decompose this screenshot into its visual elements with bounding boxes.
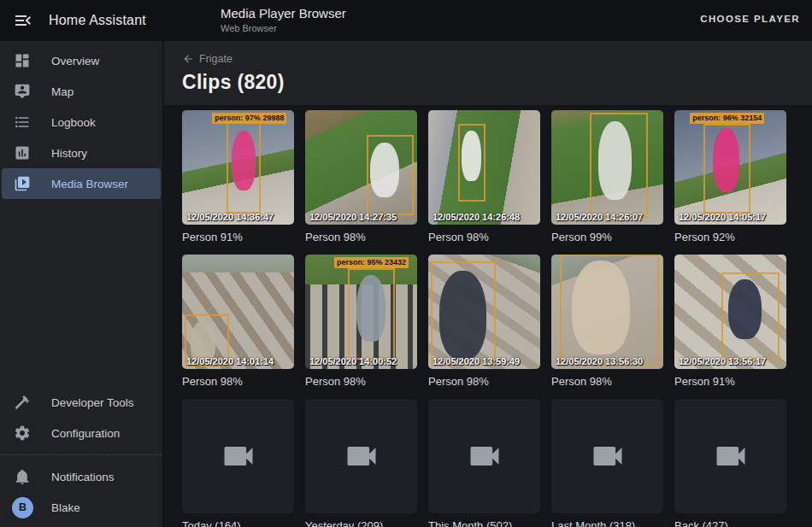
video-camera-icon bbox=[589, 437, 627, 475]
sidebar-secondary-nav: Developer Tools Configuration bbox=[0, 387, 162, 448]
clip-label: Person 98% bbox=[428, 231, 540, 243]
folder-thumbnail bbox=[305, 399, 417, 513]
gear-icon bbox=[14, 425, 31, 442]
page-title: Clips (820) bbox=[182, 71, 798, 94]
sidebar: Overview Map Logbook History Media Brows… bbox=[0, 41, 163, 527]
sidebar-item-configuration[interactable]: Configuration bbox=[2, 418, 161, 448]
folder-thumbnail bbox=[551, 399, 663, 513]
clip-tile[interactable]: 12/05/2020 14:01:14 Person 98% bbox=[182, 255, 294, 388]
detection-bounding-box bbox=[227, 120, 260, 214]
clip-timestamp: 12/05/2020 14:26:48 bbox=[432, 212, 520, 222]
detection-chip: person: 96% 32154 bbox=[690, 113, 764, 124]
clip-label: Person 91% bbox=[674, 375, 786, 388]
clip-timestamp: 12/05/2020 13:56:17 bbox=[679, 356, 766, 366]
sidebar-item-overview[interactable]: Overview bbox=[2, 45, 161, 76]
sidebar-nav: Overview Map Logbook History Media Brows… bbox=[0, 41, 162, 199]
tooltip-account-icon bbox=[14, 83, 31, 100]
sidebar-profile[interactable]: B Blake bbox=[2, 492, 161, 523]
avatar: B bbox=[12, 497, 33, 518]
clip-tile[interactable]: 12/05/2020 14:27:35 Person 98% bbox=[305, 110, 417, 243]
choose-player-button[interactable]: CHOOSE PLAYER bbox=[700, 14, 800, 24]
clip-tile[interactable]: 12/05/2020 13:56:17 Person 91% bbox=[674, 255, 786, 388]
clip-tile[interactable]: 12/05/2020 14:26:48 Person 98% bbox=[428, 110, 540, 243]
bell-icon bbox=[14, 468, 31, 485]
hammer-icon bbox=[14, 394, 31, 411]
clip-timestamp: 12/05/2020 14:27:35 bbox=[309, 212, 397, 222]
clip-thumbnail: 12/05/2020 14:05:17 person: 96% 32154 bbox=[674, 110, 786, 225]
clip-label: Person 98% bbox=[305, 375, 417, 388]
folder-tile[interactable]: This Month (502) bbox=[428, 399, 540, 527]
sidebar-item-notifications[interactable]: Notifications bbox=[2, 461, 161, 492]
sidebar-item-label: Configuration bbox=[51, 427, 120, 440]
sidebar-item-label: Logbook bbox=[51, 116, 96, 129]
clip-timestamp: 12/05/2020 14:01:14 bbox=[186, 356, 274, 366]
sidebar-item-label: Map bbox=[51, 85, 74, 98]
breadcrumb-label: Frigate bbox=[199, 53, 232, 65]
back-arrow-icon bbox=[182, 53, 194, 65]
clip-label: Person 99% bbox=[551, 231, 663, 243]
menu-open-icon[interactable] bbox=[13, 10, 33, 31]
clip-label: Person 98% bbox=[305, 231, 417, 243]
folder-thumbnail bbox=[428, 399, 540, 513]
sidebar-item-history[interactable]: History bbox=[2, 138, 161, 168]
clip-label: Person 91% bbox=[182, 231, 294, 243]
clip-thumbnail: 12/05/2020 14:26:48 bbox=[428, 110, 540, 225]
sidebar-item-label: Overview bbox=[51, 55, 99, 67]
clip-label: Person 92% bbox=[674, 231, 786, 243]
clip-thumbnail: 12/05/2020 14:01:14 bbox=[182, 255, 294, 369]
clip-tile[interactable]: 12/05/2020 14:05:17 person: 96% 32154 Pe… bbox=[674, 110, 786, 243]
panel-title: Media Player Browser bbox=[221, 6, 346, 20]
clip-tile[interactable]: 12/05/2020 14:00:52 person: 95% 23432 Pe… bbox=[305, 255, 417, 388]
detection-bounding-box bbox=[590, 113, 648, 218]
app-title: Home Assistant bbox=[49, 13, 146, 28]
clip-tile[interactable]: 12/05/2020 13:56:30 Person 98% bbox=[551, 255, 663, 388]
sidebar-item-logbook[interactable]: Logbook bbox=[2, 107, 161, 138]
clip-timestamp: 12/05/2020 14:36:47 bbox=[186, 212, 274, 222]
clip-timestamp: 12/05/2020 13:59:49 bbox=[432, 356, 520, 366]
clips-grid: 12/05/2020 14:36:47 person: 97% 29988 Pe… bbox=[164, 105, 812, 527]
clip-timestamp: 12/05/2020 14:05:17 bbox=[679, 212, 766, 222]
folder-label: Today (164) bbox=[182, 519, 294, 527]
folder-label: Yesterday (209) bbox=[305, 519, 417, 527]
sidebar-item-label: Developer Tools bbox=[51, 396, 134, 409]
sidebar-bottom: Developer Tools Configuration Notificati… bbox=[0, 387, 162, 523]
sidebar-item-media-browser[interactable]: Media Browser bbox=[2, 168, 161, 199]
video-camera-icon bbox=[220, 437, 257, 475]
folder-label: Last Month (318) bbox=[551, 519, 663, 527]
sidebar-divider bbox=[0, 454, 162, 455]
panel-header: Media Player Browser Web Browser bbox=[221, 6, 346, 33]
video-camera-icon bbox=[466, 437, 503, 475]
detection-bounding-box bbox=[458, 124, 485, 202]
sidebar-item-developer-tools[interactable]: Developer Tools bbox=[2, 387, 161, 418]
profile-name: Blake bbox=[51, 501, 80, 514]
folder-thumbnail bbox=[674, 399, 786, 513]
clip-timestamp: 12/05/2020 14:26:07 bbox=[556, 212, 643, 222]
clip-timestamp: 12/05/2020 13:56:30 bbox=[556, 356, 643, 366]
folder-tile[interactable]: Back (427) bbox=[674, 399, 786, 527]
panel-subtitle: Web Browser bbox=[221, 23, 346, 33]
sidebar-item-map[interactable]: Map bbox=[2, 76, 161, 107]
view-dashboard-icon bbox=[14, 52, 31, 69]
clip-thumbnail: 12/05/2020 14:27:35 bbox=[305, 110, 417, 225]
sidebar-item-label: History bbox=[51, 147, 87, 160]
clip-tile[interactable]: 12/05/2020 14:26:07 Person 99% bbox=[551, 110, 663, 243]
sidebar-item-label: Notifications bbox=[51, 471, 115, 483]
clip-tile[interactable]: 12/05/2020 14:36:47 person: 97% 29988 Pe… bbox=[182, 110, 294, 243]
folder-tile[interactable]: Last Month (318) bbox=[551, 399, 663, 527]
app-bar: Home Assistant Media Player Browser Web … bbox=[0, 0, 812, 41]
sidebar-item-label: Media Browser bbox=[51, 178, 128, 190]
clip-thumbnail: 12/05/2020 13:56:30 bbox=[551, 255, 663, 369]
chart-box-icon bbox=[14, 144, 31, 161]
clip-tile[interactable]: 12/05/2020 13:59:49 Person 98% bbox=[428, 255, 540, 388]
detection-bounding-box bbox=[367, 135, 414, 215]
breadcrumb[interactable]: Frigate bbox=[182, 53, 798, 65]
detection-chip: person: 95% 23432 bbox=[334, 257, 409, 268]
format-list-bulleted-icon bbox=[14, 114, 31, 131]
folder-tile[interactable]: Today (164) bbox=[182, 399, 294, 527]
folder-thumbnail bbox=[182, 399, 294, 513]
folder-label: This Month (502) bbox=[428, 519, 540, 527]
folder-tile[interactable]: Yesterday (209) bbox=[305, 399, 417, 527]
clip-thumbnail: 12/05/2020 14:36:47 person: 97% 29988 bbox=[182, 110, 294, 225]
clip-timestamp: 12/05/2020 14:00:52 bbox=[309, 356, 397, 366]
detection-bounding-box bbox=[348, 268, 395, 360]
